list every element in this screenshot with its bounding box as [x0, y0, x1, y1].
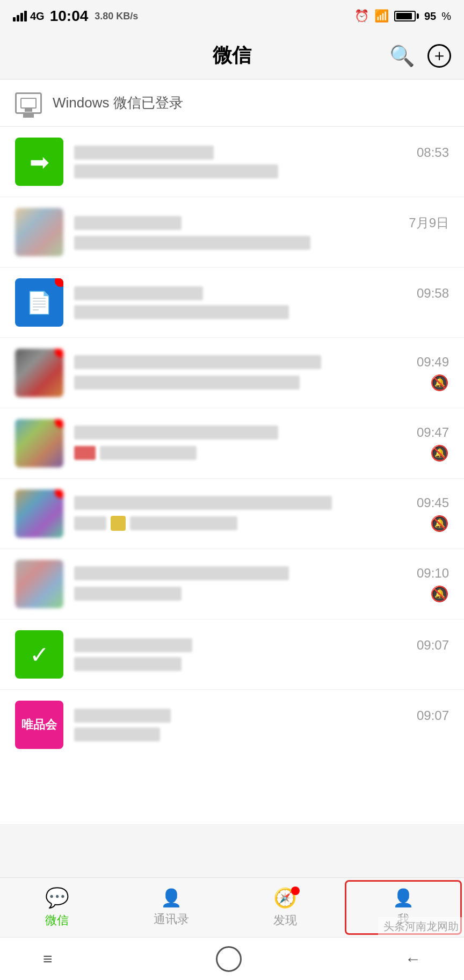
chat-time: 09:10 — [417, 566, 449, 581]
chat-name — [74, 638, 192, 652]
chat-item[interactable]: 09:47 🔕 — [0, 408, 464, 479]
chat-name — [74, 146, 214, 160]
chat-item[interactable]: 📄 09:58 — [0, 268, 464, 338]
avatar — [15, 349, 63, 397]
chat-preview2 — [130, 516, 237, 530]
chat-time: 7月9日 — [409, 214, 449, 232]
chat-content: 7月9日 — [74, 214, 449, 250]
chat-time: 09:58 — [417, 286, 449, 301]
avatar: ➡ — [15, 138, 63, 186]
avatar: 唯品会 — [15, 701, 63, 749]
chat-preview — [100, 446, 197, 460]
chat-time: 09:47 — [417, 425, 449, 440]
chat-preview1 — [74, 516, 106, 530]
unread-badge — [55, 419, 63, 428]
chat-preview — [74, 587, 182, 601]
monitor-icon — [15, 92, 42, 114]
chat-preview — [74, 236, 310, 250]
chat-item[interactable]: 09:10 🔕 — [0, 549, 464, 619]
bottom-nav: 💬 微信 👤 通讯录 🧭 发现 👤 我 ≡ ← — [0, 877, 464, 980]
chat-name — [74, 566, 289, 580]
tab-contacts-label: 通讯录 — [154, 911, 189, 927]
unread-badge — [55, 349, 63, 357]
status-right: ⏰ 📶 95% — [354, 9, 451, 23]
network-type: 4G — [30, 10, 45, 23]
chat-name — [74, 426, 278, 439]
chat-list: ➡ 08:53 7月9日 📄 — [0, 127, 464, 825]
chat-name — [74, 216, 182, 230]
me-icon: 👤 — [393, 888, 414, 908]
chat-content: 09:10 🔕 — [74, 566, 449, 603]
back-button[interactable]: ← — [405, 950, 421, 968]
unread-badge — [55, 489, 63, 498]
chat-content: 09:07 — [74, 638, 449, 671]
main-header: 微信 🔍 ＋ — [0, 32, 464, 80]
chat-item[interactable]: 7月9日 — [0, 197, 464, 268]
tab-me[interactable]: 👤 我 — [345, 880, 462, 935]
mute-icon: 🔕 — [430, 444, 449, 462]
speed-display: 3.80 KB/s — [95, 11, 138, 22]
chat-preview — [74, 305, 289, 319]
avatar — [15, 489, 63, 538]
avatar: ✓ — [15, 630, 63, 679]
chat-preview-tag — [74, 446, 96, 460]
chat-name — [74, 286, 203, 300]
avatar: 📄 — [15, 278, 63, 327]
chat-name — [74, 355, 321, 369]
status-left: 4G 10:04 3.80 KB/s — [13, 8, 138, 25]
chat-time: 08:53 — [417, 145, 449, 160]
chat-content: 09:07 — [74, 708, 449, 741]
system-bar: ≡ ← — [0, 937, 464, 980]
avatar — [15, 419, 63, 467]
chat-time: 09:07 — [417, 638, 449, 653]
chat-content: 09:58 — [74, 286, 449, 319]
status-bar: 4G 10:04 3.80 KB/s ⏰ 📶 95% — [0, 0, 464, 32]
chat-preview — [74, 657, 182, 671]
emoji-preview — [111, 516, 126, 531]
discover-badge — [291, 887, 300, 895]
chat-name — [74, 709, 171, 723]
chat-content: 09:47 🔕 — [74, 425, 449, 462]
page-title: 微信 — [213, 42, 251, 69]
battery-icon — [394, 11, 419, 21]
unread-badge — [55, 278, 63, 287]
mute-icon: 🔕 — [430, 374, 449, 392]
chat-content: 09:45 🔕 — [74, 495, 449, 532]
add-icon[interactable]: ＋ — [427, 44, 451, 68]
home-button[interactable] — [216, 946, 242, 972]
mute-icon: 🔕 — [430, 515, 449, 532]
avatar — [15, 560, 63, 608]
chat-item[interactable]: 09:45 🔕 — [0, 479, 464, 549]
tab-discover-label: 发现 — [273, 912, 297, 928]
chat-name — [74, 496, 332, 510]
menu-button[interactable]: ≡ — [43, 950, 53, 968]
tab-weixin[interactable]: 💬 微信 — [0, 878, 114, 937]
chat-item[interactable]: 唯品会 09:07 — [0, 690, 464, 825]
alarm-icon: ⏰ — [354, 9, 369, 23]
chat-content: 08:53 — [74, 145, 449, 178]
windows-notice-text: Windows 微信已登录 — [53, 93, 183, 112]
chat-content: 09:49 🔕 — [74, 355, 449, 392]
chat-item[interactable]: 09:49 🔕 — [0, 338, 464, 408]
chat-time: 09:49 — [417, 355, 449, 370]
contacts-icon: 👤 — [161, 888, 182, 908]
tab-contacts[interactable]: 👤 通讯录 — [114, 878, 229, 937]
chat-item[interactable]: ✓ 09:07 — [0, 619, 464, 690]
chat-preview — [74, 376, 300, 390]
chat-item[interactable]: ➡ 08:53 — [0, 127, 464, 197]
search-icon[interactable]: 🔍 — [389, 44, 415, 68]
chat-time: 09:45 — [417, 495, 449, 510]
signal-icon — [13, 11, 27, 21]
wifi-icon: 📶 — [374, 9, 389, 23]
mute-icon: 🔕 — [430, 585, 449, 603]
chat-preview — [74, 727, 160, 741]
chat-time: 09:07 — [417, 708, 449, 723]
time-display: 10:04 — [50, 8, 89, 25]
windows-notice[interactable]: Windows 微信已登录 — [0, 80, 464, 127]
battery-level: 95 — [424, 10, 436, 23]
avatar — [15, 208, 63, 256]
chat-preview — [74, 164, 278, 178]
weixin-icon: 💬 — [45, 887, 69, 909]
tab-discover[interactable]: 🧭 发现 — [228, 878, 343, 937]
bottom-tabs: 💬 微信 👤 通讯录 🧭 发现 👤 我 — [0, 878, 464, 937]
